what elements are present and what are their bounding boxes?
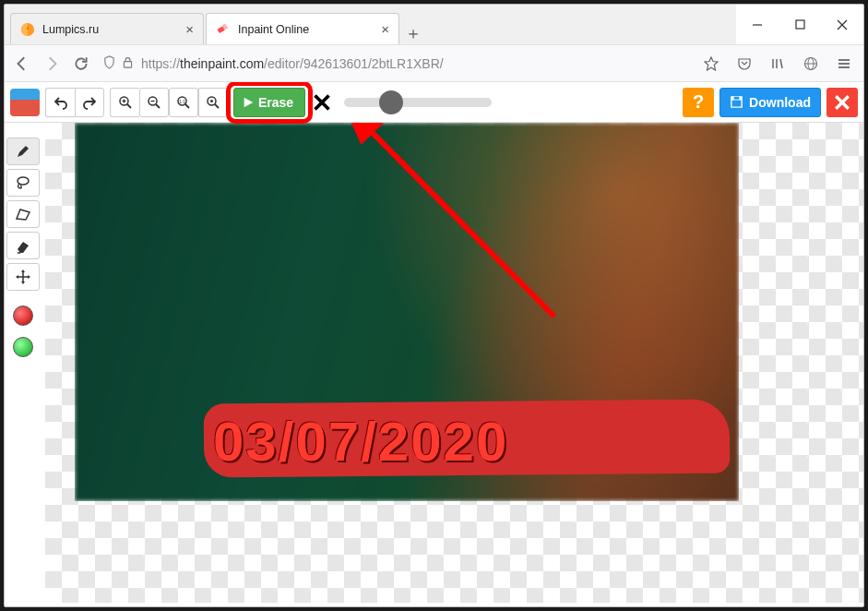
back-button[interactable]	[14, 55, 30, 72]
titlebar: Lumpics.ru × Inpaint Online × ＋	[5, 5, 863, 45]
svg-rect-4	[796, 20, 804, 29]
svg-line-28	[215, 104, 219, 108]
editor-app: 1:1 Erase ? Download	[5, 82, 863, 606]
window-controls	[736, 5, 863, 44]
svg-line-25	[185, 104, 189, 108]
address-bar: https://theinpaint.com/editor/942613601/…	[5, 45, 863, 82]
editing-image[interactable]: 03/07/2020	[75, 123, 739, 501]
bookmark-icon[interactable]	[701, 56, 721, 71]
url-domain: theinpaint.com	[180, 56, 264, 71]
url-path: /editor/942613601/2btLR1XBR/	[264, 56, 444, 71]
browser-window: Lumpics.ru × Inpaint Online × ＋ https://…	[4, 4, 864, 607]
help-button[interactable]: ?	[683, 88, 714, 117]
cancel-mask-button[interactable]	[311, 88, 333, 117]
polygon-tool[interactable]	[6, 200, 40, 228]
svg-line-18	[127, 104, 131, 108]
globe-icon[interactable]	[801, 56, 821, 71]
browser-tabs: Lumpics.ru × Inpaint Online × ＋	[5, 5, 736, 44]
close-editor-button[interactable]	[826, 88, 858, 117]
app-logo[interactable]	[10, 89, 40, 116]
svg-line-10	[780, 59, 782, 68]
svg-rect-33	[734, 97, 740, 100]
erase-highlight: Erase	[233, 88, 305, 117]
zoom-out-button[interactable]	[139, 88, 169, 117]
url-prefix: https://	[141, 56, 180, 71]
favicon-inpaint	[216, 22, 231, 37]
url-display[interactable]: https://theinpaint.com/editor/942613601/…	[102, 55, 688, 72]
svg-point-29	[210, 100, 213, 102]
canvas-area[interactable]: 03/07/2020	[45, 123, 863, 603]
erase-label: Erase	[258, 95, 293, 110]
move-tool[interactable]	[6, 263, 40, 291]
reload-button[interactable]	[73, 55, 89, 72]
library-icon[interactable]	[767, 56, 788, 71]
download-label: Download	[749, 95, 811, 110]
marker-tool[interactable]	[6, 138, 40, 165]
redo-button[interactable]	[75, 88, 104, 117]
tab-title: Inpaint Online	[238, 23, 309, 36]
zoom-in-button[interactable]	[110, 88, 139, 117]
maximize-button[interactable]	[779, 5, 821, 45]
eraser-tool[interactable]	[6, 232, 40, 259]
zoom-actual-button[interactable]: 1:1	[169, 88, 198, 117]
undo-button[interactable]	[45, 88, 75, 117]
lock-icon	[122, 56, 134, 71]
forward-button[interactable]	[43, 55, 60, 72]
favicon-lumpics	[20, 22, 35, 37]
svg-text:1:1: 1:1	[179, 99, 185, 104]
pocket-icon[interactable]	[734, 56, 755, 71]
svg-line-22	[156, 104, 160, 108]
download-button[interactable]: Download	[719, 88, 821, 117]
watermark-date-text: 03/07/2020	[213, 410, 508, 473]
new-tab-button[interactable]: ＋	[399, 22, 427, 44]
minimize-button[interactable]	[736, 5, 779, 45]
close-icon[interactable]: ×	[185, 21, 194, 37]
tab-inpaint[interactable]: Inpaint Online ×	[206, 13, 399, 44]
zoom-fit-button[interactable]	[198, 88, 228, 117]
close-window-button[interactable]	[821, 5, 863, 45]
mask-color-keep[interactable]	[6, 333, 40, 361]
slider-knob[interactable]	[379, 90, 403, 114]
side-tools	[6, 138, 43, 361]
tab-lumpics[interactable]: Lumpics.ru ×	[10, 13, 204, 44]
tab-title: Lumpics.ru	[42, 23, 99, 36]
menu-icon[interactable]	[834, 56, 854, 71]
editor-toolbar: 1:1 Erase ? Download	[5, 82, 863, 123]
erase-button[interactable]: Erase	[233, 88, 305, 117]
svg-marker-30	[244, 97, 254, 107]
lasso-tool[interactable]	[6, 169, 40, 197]
close-icon[interactable]: ×	[381, 21, 389, 37]
mask-color-remove[interactable]	[6, 302, 40, 329]
shield-icon	[102, 55, 116, 72]
svg-rect-7	[124, 61, 131, 67]
brush-size-slider[interactable]	[344, 98, 492, 107]
